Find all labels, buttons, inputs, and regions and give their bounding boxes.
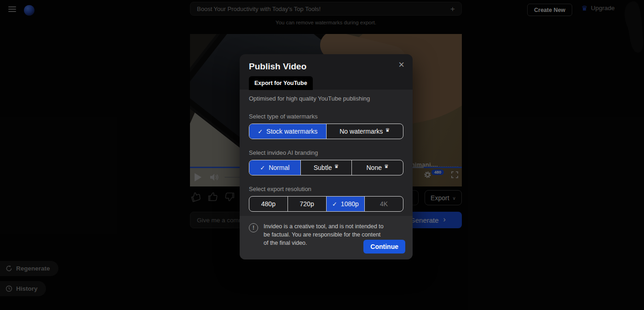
watermarks-section-label: Select type of watermarks — [249, 113, 403, 120]
option-720p[interactable]: 720p — [288, 197, 327, 211]
resolution-section-label: Select export resolution — [249, 186, 403, 192]
check-icon: ✓ — [332, 201, 337, 208]
watermark-type-control: ✓ Stock watermarks No watermarks ♛ — [249, 124, 403, 139]
option-branding-normal[interactable]: ✓ Normal — [249, 160, 301, 175]
branding-section-label: Select invideo AI branding — [249, 149, 403, 156]
crown-icon: ♛ — [334, 163, 339, 169]
option-480p[interactable]: 480p — [249, 197, 288, 211]
crown-icon: ♛ — [385, 127, 390, 133]
modal-footer: ! Invideo is a creative tool, and is not… — [240, 216, 413, 259]
publish-video-modal: Publish Video × Export for YouTube Optim… — [240, 54, 413, 259]
continue-button[interactable]: Continue — [363, 240, 405, 254]
check-icon: ✓ — [260, 164, 265, 171]
modal-title: Publish Video — [249, 62, 403, 72]
tab-export-for-youtube[interactable]: Export for YouTube — [249, 76, 313, 90]
option-branding-subtle[interactable]: Subtle ♛ — [301, 160, 352, 175]
option-1080p[interactable]: ✓ 1080p — [327, 197, 365, 211]
branding-control: ✓ Normal Subtle ♛ None ♛ — [249, 160, 403, 175]
modal-subtitle: Optimised for high quality YouTube publi… — [249, 95, 403, 102]
option-stock-watermarks[interactable]: ✓ Stock watermarks — [249, 124, 327, 139]
resolution-control: 480p 720p ✓ 1080p 4K — [249, 196, 403, 212]
option-branding-none[interactable]: None ♛ — [352, 160, 403, 175]
check-icon: ✓ — [258, 128, 263, 135]
close-icon[interactable]: × — [398, 60, 404, 70]
info-icon: ! — [249, 223, 258, 232]
option-no-watermarks[interactable]: No watermarks ♛ — [327, 124, 403, 139]
option-4k[interactable]: 4K — [365, 197, 403, 211]
crown-icon: ♛ — [384, 163, 389, 169]
